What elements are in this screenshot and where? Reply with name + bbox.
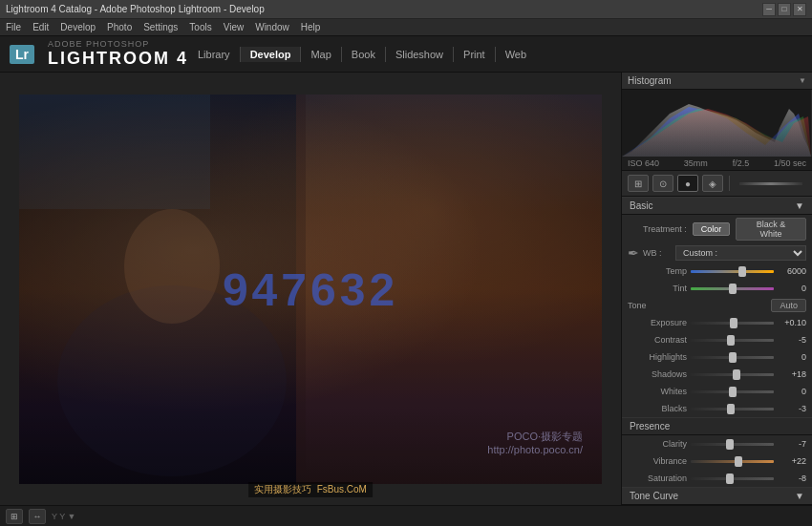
- tint-slider[interactable]: [691, 287, 774, 290]
- maximize-button[interactable]: □: [778, 3, 791, 16]
- wb-row: ✒ WB : Custom : As Shot Auto Daylight Cl…: [622, 243, 812, 263]
- tab-library[interactable]: Library: [188, 47, 240, 62]
- menu-view[interactable]: View: [224, 22, 245, 32]
- wb-eyedropper-icon[interactable]: ✒: [628, 245, 639, 261]
- temp-value: 6000: [778, 266, 806, 276]
- tab-book[interactable]: Book: [341, 47, 385, 62]
- highlights-slider[interactable]: [691, 356, 774, 359]
- tool-heal[interactable]: ●: [677, 175, 698, 192]
- menu-tools[interactable]: Tools: [189, 22, 211, 32]
- wb-select[interactable]: Custom : As Shot Auto Daylight Cloudy: [675, 245, 806, 261]
- vibrance-row: Vibrance +22: [622, 452, 812, 470]
- menu-edit[interactable]: Edit: [32, 22, 49, 32]
- histogram-canvas: [622, 90, 811, 157]
- bw-button[interactable]: Black & White: [736, 218, 806, 241]
- vibrance-thumb[interactable]: [735, 456, 742, 467]
- whites-thumb[interactable]: [729, 387, 737, 397]
- tab-develop[interactable]: Develop: [240, 47, 301, 62]
- title-bar: Lightroom 4 Catalog - Adobe Photoshop Li…: [0, 0, 812, 19]
- exposure-thumb[interactable]: [730, 318, 737, 328]
- saturation-thumb[interactable]: [726, 473, 734, 484]
- clarity-thumb[interactable]: [726, 439, 734, 450]
- clarity-row: Clarity -7: [622, 435, 812, 452]
- tab-slideshow[interactable]: Slideshow: [385, 47, 453, 62]
- basic-label: Basic: [630, 200, 652, 211]
- menu-photo[interactable]: Photo: [107, 22, 132, 32]
- histogram-header[interactable]: Histogram ▼: [622, 73, 812, 90]
- temp-thumb[interactable]: [738, 266, 746, 277]
- histogram-triangle: ▼: [799, 76, 806, 85]
- whites-value: 0: [778, 387, 806, 396]
- highlights-thumb[interactable]: [729, 352, 737, 363]
- blacks-value: -3: [778, 404, 806, 413]
- menu-window[interactable]: Window: [255, 22, 289, 32]
- histogram-info: ISO 640 35mm f/2.5 1/50 sec: [622, 157, 812, 170]
- highlights-label: Highlights: [628, 352, 687, 362]
- whites-slider[interactable]: [691, 390, 774, 393]
- bottom-info: Y Y ▼: [52, 512, 75, 521]
- basic-section-header[interactable]: Basic ▼: [622, 197, 812, 215]
- temp-label: Temp: [628, 266, 687, 276]
- tone-curve-header[interactable]: Tone Curve ▼: [622, 487, 812, 505]
- tint-value: 0: [778, 284, 806, 293]
- highlights-value: 0: [778, 352, 806, 362]
- tab-print[interactable]: Print: [453, 47, 495, 62]
- blacks-label: Blacks: [628, 404, 687, 413]
- exposure-label: Exposure: [628, 318, 687, 327]
- contrast-thumb[interactable]: [727, 335, 735, 346]
- menu-bar: File Edit Develop Photo Settings Tools V…: [0, 19, 812, 36]
- close-button[interactable]: ✕: [793, 3, 806, 16]
- treatment-row: Treatment : Color Black & White: [622, 215, 812, 243]
- tone-row: Tone Auto: [622, 297, 812, 314]
- presence-label: Presence: [630, 421, 670, 431]
- treatment-label: Treatment :: [628, 224, 687, 234]
- saturation-slider[interactable]: [691, 477, 774, 480]
- histogram-section: Histogram ▼: [622, 73, 812, 171]
- contrast-row: Contrast -5: [622, 331, 812, 348]
- shadows-thumb[interactable]: [733, 369, 740, 380]
- saturation-value: -8: [778, 473, 806, 483]
- menu-settings[interactable]: Settings: [143, 22, 178, 32]
- tool-redeye[interactable]: ◈: [702, 175, 723, 192]
- blacks-thumb[interactable]: [727, 404, 735, 414]
- clarity-slider[interactable]: [691, 443, 774, 446]
- menu-help[interactable]: Help: [301, 22, 321, 32]
- basic-triangle: ▼: [795, 200, 804, 211]
- top-nav: Lr ADOBE PHOTOSHOP LIGHTROOM 4 Library D…: [0, 36, 812, 73]
- highlights-row: Highlights 0: [622, 348, 812, 366]
- window-controls: ─ □ ✕: [762, 3, 806, 16]
- shadows-slider[interactable]: [691, 373, 774, 376]
- app-subtitle: ADOBE PHOTOSHOP: [48, 39, 188, 49]
- temp-slider[interactable]: [691, 270, 774, 273]
- menu-develop[interactable]: Develop: [60, 22, 96, 32]
- tool-grid[interactable]: ⊞: [628, 175, 649, 192]
- menu-file[interactable]: File: [6, 22, 21, 32]
- tone-curve-triangle: ▼: [795, 491, 804, 501]
- photo-container[interactable]: 947632 POCO·摄影专题 http://photo.poco.cn/: [19, 95, 602, 484]
- zoom-btn[interactable]: ⊞: [6, 509, 23, 524]
- vibrance-slider[interactable]: [691, 460, 774, 463]
- tool-crop[interactable]: ⊙: [652, 175, 673, 192]
- main-area: 947632 POCO·摄影专题 http://photo.poco.cn/ 实…: [0, 73, 812, 505]
- exposure-slider[interactable]: [691, 322, 774, 325]
- blacks-slider[interactable]: [691, 408, 774, 410]
- fit-btn[interactable]: ↔: [29, 509, 46, 524]
- wb-label: WB :: [643, 248, 672, 258]
- minimize-button[interactable]: ─: [762, 3, 776, 16]
- tool-slider[interactable]: [739, 182, 802, 185]
- tone-auto-button[interactable]: Auto: [771, 299, 806, 312]
- shadows-value: +18: [778, 369, 806, 379]
- tint-thumb[interactable]: [729, 284, 737, 294]
- presence-header: Presence: [622, 417, 812, 435]
- blacks-row: Blacks -3: [622, 400, 812, 417]
- lr-logo-badge: Lr: [10, 45, 34, 64]
- color-button[interactable]: Color: [693, 222, 731, 236]
- tab-web[interactable]: Web: [495, 47, 536, 62]
- focal-value: 35mm: [684, 158, 708, 168]
- right-panel: Histogram ▼: [621, 73, 812, 505]
- exposure-row: Exposure +0.10: [622, 314, 812, 331]
- tab-map[interactable]: Map: [300, 47, 340, 62]
- iso-value: ISO 640: [628, 158, 659, 168]
- tone-label: Tone: [628, 301, 647, 310]
- contrast-slider[interactable]: [691, 339, 774, 342]
